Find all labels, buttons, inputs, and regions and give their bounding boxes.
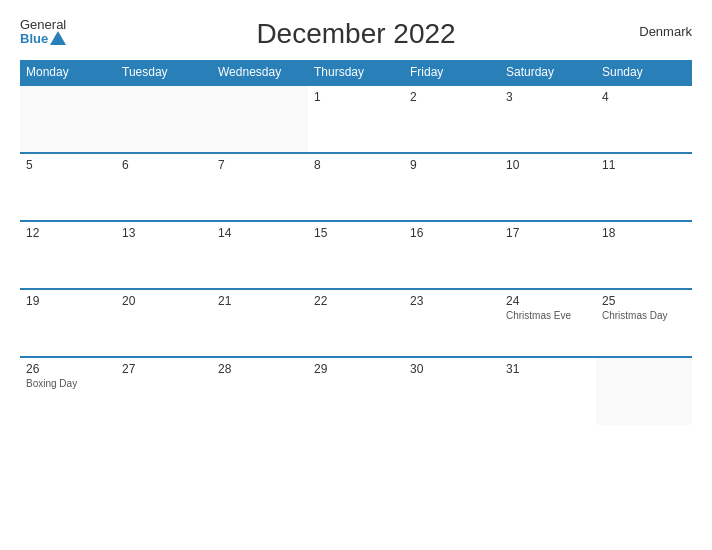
day-number: 2: [410, 90, 494, 104]
day-number: 5: [26, 158, 110, 172]
day-number: 7: [218, 158, 302, 172]
calendar-cell: 18: [596, 221, 692, 289]
country-label: Denmark: [639, 24, 692, 39]
day-number: 27: [122, 362, 206, 376]
calendar-event: Christmas Day: [602, 310, 686, 321]
calendar-week-row: 1234: [20, 85, 692, 153]
day-number: 16: [410, 226, 494, 240]
weekday-header: Monday: [20, 60, 116, 85]
calendar-cell: 20: [116, 289, 212, 357]
calendar-week-row: 12131415161718: [20, 221, 692, 289]
logo-general-text: General: [20, 18, 66, 31]
day-number: 4: [602, 90, 686, 104]
calendar-cell: 23: [404, 289, 500, 357]
weekday-header: Sunday: [596, 60, 692, 85]
day-number: 14: [218, 226, 302, 240]
day-number: 26: [26, 362, 110, 376]
calendar-cell: 7: [212, 153, 308, 221]
day-number: 24: [506, 294, 590, 308]
day-number: 11: [602, 158, 686, 172]
calendar-cell: 14: [212, 221, 308, 289]
day-number: 22: [314, 294, 398, 308]
day-number: 8: [314, 158, 398, 172]
calendar-cell: 28: [212, 357, 308, 425]
calendar-cell: 22: [308, 289, 404, 357]
calendar-cell: 12: [20, 221, 116, 289]
logo-triangle-icon: [50, 31, 66, 45]
calendar-cell: 27: [116, 357, 212, 425]
calendar-cell: 13: [116, 221, 212, 289]
day-number: 23: [410, 294, 494, 308]
day-number: 25: [602, 294, 686, 308]
day-number: 13: [122, 226, 206, 240]
calendar-cell: 11: [596, 153, 692, 221]
calendar-body: 123456789101112131415161718192021222324C…: [20, 85, 692, 425]
calendar-cell: 15: [308, 221, 404, 289]
calendar-page: General Blue December 2022 Denmark Monda…: [0, 0, 712, 550]
calendar-week-row: 192021222324Christmas Eve25Christmas Day: [20, 289, 692, 357]
calendar-week-row: 567891011: [20, 153, 692, 221]
day-number: 6: [122, 158, 206, 172]
day-number: 21: [218, 294, 302, 308]
calendar-cell: 1: [308, 85, 404, 153]
calendar-week-row: 26Boxing Day2728293031: [20, 357, 692, 425]
day-number: 12: [26, 226, 110, 240]
day-number: 30: [410, 362, 494, 376]
calendar-cell: 19: [20, 289, 116, 357]
calendar-cell: 17: [500, 221, 596, 289]
calendar-cell: [20, 85, 116, 153]
calendar-cell: 26Boxing Day: [20, 357, 116, 425]
day-number: 1: [314, 90, 398, 104]
calendar-cell: 10: [500, 153, 596, 221]
calendar-event: Christmas Eve: [506, 310, 590, 321]
weekday-header: Thursday: [308, 60, 404, 85]
logo: General Blue: [20, 18, 66, 45]
calendar-cell: 2: [404, 85, 500, 153]
calendar-cell: 6: [116, 153, 212, 221]
day-number: 10: [506, 158, 590, 172]
weekday-header: Saturday: [500, 60, 596, 85]
calendar-cell: 16: [404, 221, 500, 289]
calendar-cell: 9: [404, 153, 500, 221]
weekday-header: Friday: [404, 60, 500, 85]
day-number: 9: [410, 158, 494, 172]
month-title: December 2022: [256, 18, 455, 50]
calendar-cell: [116, 85, 212, 153]
calendar-cell: 24Christmas Eve: [500, 289, 596, 357]
calendar-header: General Blue December 2022 Denmark: [20, 18, 692, 50]
day-number: 3: [506, 90, 590, 104]
day-number: 29: [314, 362, 398, 376]
day-number: 28: [218, 362, 302, 376]
calendar-cell: [596, 357, 692, 425]
calendar-cell: 25Christmas Day: [596, 289, 692, 357]
day-number: 31: [506, 362, 590, 376]
calendar-cell: 3: [500, 85, 596, 153]
calendar-cell: 5: [20, 153, 116, 221]
calendar-event: Boxing Day: [26, 378, 110, 389]
weekday-header: Tuesday: [116, 60, 212, 85]
day-number: 20: [122, 294, 206, 308]
logo-blue-text: Blue: [20, 31, 66, 45]
calendar-cell: 31: [500, 357, 596, 425]
calendar-table: MondayTuesdayWednesdayThursdayFridaySatu…: [20, 60, 692, 425]
weekday-header: Wednesday: [212, 60, 308, 85]
day-number: 19: [26, 294, 110, 308]
calendar-cell: 8: [308, 153, 404, 221]
day-number: 18: [602, 226, 686, 240]
calendar-header-row: MondayTuesdayWednesdayThursdayFridaySatu…: [20, 60, 692, 85]
calendar-cell: [212, 85, 308, 153]
calendar-cell: 4: [596, 85, 692, 153]
calendar-cell: 21: [212, 289, 308, 357]
calendar-cell: 30: [404, 357, 500, 425]
calendar-cell: 29: [308, 357, 404, 425]
day-number: 15: [314, 226, 398, 240]
day-number: 17: [506, 226, 590, 240]
